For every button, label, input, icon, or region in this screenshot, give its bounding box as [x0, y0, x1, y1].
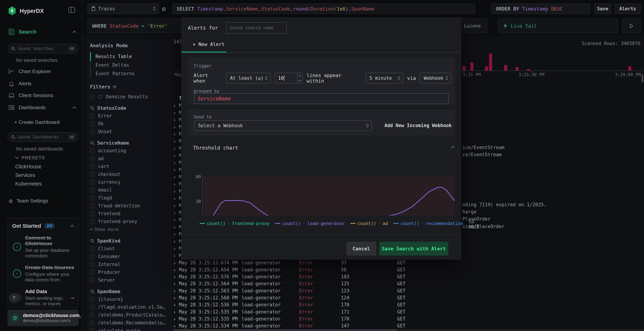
expand-row-icon[interactable]: [174, 274, 175, 279]
checkbox[interactable]: [90, 305, 95, 310]
filter-option[interactable]: accounting: [90, 147, 173, 155]
sidebar-item-dashboards[interactable]: Dashboards: [8, 104, 76, 111]
filter-option[interactable]: Internal: [90, 260, 173, 268]
get-started-item[interactable]: ✓Create Data SourcesConfigure where your…: [8, 259, 78, 283]
filter-option[interactable]: /oteldemo.ProductCatalo…: [90, 311, 173, 319]
save-search-with-alert-button[interactable]: Save Search with Alert: [379, 242, 448, 256]
expand-row-icon[interactable]: [174, 110, 175, 115]
expand-row-icon[interactable]: [174, 288, 175, 294]
legend-item[interactable]: count()·ad: [350, 221, 388, 226]
filter-option[interactable]: Unset: [90, 128, 173, 135]
expand-row-icon[interactable]: [174, 131, 175, 137]
table-row[interactable]: May 28 3:25:12.535 PMload-generatorError…: [173, 308, 644, 315]
table-row[interactable]: May 28 3:25:12.564 PMload-generatorError…: [173, 280, 644, 287]
filter-option[interactable]: {closure}: [90, 295, 173, 303]
add-webhook-button[interactable]: Add New Incoming Webhook: [384, 123, 452, 128]
expand-row-icon[interactable]: [174, 295, 175, 301]
checkbox[interactable]: [90, 203, 95, 208]
checkbox[interactable]: [90, 297, 95, 302]
filter-option[interactable]: Client: [90, 245, 173, 253]
time-window-select[interactable]: 5 minute: [366, 73, 403, 83]
help-button[interactable]: ?: [9, 293, 19, 303]
expand-row-icon[interactable]: [174, 138, 175, 144]
legend-item[interactable]: count()·load-generator: [275, 221, 345, 226]
expand-row-icon[interactable]: [174, 174, 175, 180]
vertical-scrollbar[interactable]: [642, 74, 643, 82]
get-started-item[interactable]: 3Add DataStart sending logs, metrics, or…: [8, 283, 78, 307]
source-settings-gear-icon[interactable]: ⚙: [162, 5, 166, 12]
filter-option[interactable]: calculate-quote: [90, 327, 173, 331]
analysis-mode-event-deltas[interactable]: Event Deltas: [90, 61, 173, 69]
sidebar-item-chart-explorer[interactable]: Chart Explorer: [8, 68, 51, 75]
condition-select[interactable]: At least (≥): [226, 73, 271, 83]
legend-item[interactable]: count()·recommendation: [394, 221, 463, 226]
preset-dashboard-services[interactable]: Services: [15, 172, 35, 178]
table-row[interactable]: May 28 3:25:12.674 PMload-generatorError…: [173, 259, 644, 266]
checkbox[interactable]: [90, 313, 95, 318]
expand-row-icon[interactable]: [174, 217, 175, 223]
run-query-button[interactable]: [622, 18, 640, 33]
filter-option[interactable]: frontend: [90, 210, 173, 218]
collapse-chart-icon[interactable]: [451, 145, 454, 149]
table-row[interactable]: May 28 3:25:12.560 PMload-generatorError…: [173, 294, 644, 301]
chevron-up-icon[interactable]: [73, 30, 76, 34]
filter-option[interactable]: Ok: [90, 120, 173, 128]
expand-row-icon[interactable]: [174, 146, 175, 151]
sidebar-item-team-settings[interactable]: ⚙ Team Settings: [9, 197, 48, 204]
expand-row-icon[interactable]: [174, 231, 175, 237]
filter-option[interactable]: cart: [90, 162, 173, 170]
analysis-mode-event-patterns[interactable]: Event Patterns: [90, 69, 173, 78]
expand-row-icon[interactable]: [174, 302, 175, 308]
table-row[interactable]: May 28 3:25:12.534 PMload-generatorError…: [173, 323, 644, 330]
checkbox[interactable]: [90, 219, 95, 224]
histogram-bar[interactable]: [527, 69, 530, 71]
checkbox[interactable]: [90, 164, 95, 169]
saved-searches-input[interactable]: Saved Searches ⌘K: [8, 44, 79, 53]
checkbox[interactable]: [90, 129, 95, 134]
expand-row-icon[interactable]: [174, 253, 175, 258]
checkbox[interactable]: [90, 156, 95, 161]
expand-row-icon[interactable]: [174, 239, 175, 244]
checkbox[interactable]: [90, 94, 95, 99]
filter-option[interactable]: /oteldemo.Recommendatio…: [90, 319, 173, 327]
chevron-up-icon[interactable]: [70, 224, 74, 228]
denoise-checkbox-row[interactable]: Denoise Results: [90, 93, 173, 101]
histogram-bar[interactable]: [628, 66, 631, 71]
checkbox[interactable]: [90, 188, 95, 193]
save-button[interactable]: Save: [594, 3, 611, 14]
filter-option[interactable]: frontend-proxy: [90, 218, 173, 225]
checkbox[interactable]: [90, 180, 95, 185]
expand-row-icon[interactable]: [174, 124, 175, 130]
checkbox[interactable]: [90, 246, 95, 251]
user-menu-chevron-icon[interactable]: [80, 316, 81, 319]
checkbox[interactable]: [90, 196, 95, 200]
number-spinner[interactable]: [297, 73, 302, 83]
expand-row-icon[interactable]: [174, 316, 175, 322]
table-row[interactable]: May 28 3:25:12.535 PMload-generatorError…: [173, 315, 644, 322]
legend-item[interactable]: count()·frontend-proxy: [200, 221, 270, 226]
expand-row-icon[interactable]: [174, 117, 175, 122]
threshold-value-input[interactable]: 10: [274, 73, 303, 83]
expand-row-icon[interactable]: [174, 267, 175, 272]
sidebar-item-alerts[interactable]: Alerts: [8, 80, 32, 87]
live-tail-button[interactable]: Live Tail: [498, 18, 618, 33]
checkbox[interactable]: [90, 211, 95, 216]
legend-more-button[interactable]: +3 more: [469, 218, 480, 229]
checkbox[interactable]: [90, 270, 95, 275]
collapse-sidebar-icon[interactable]: [68, 7, 75, 13]
lucene-mode-label[interactable]: Lucene: [464, 23, 481, 28]
webhook-select[interactable]: Select a Webhook: [194, 120, 372, 131]
expand-row-icon[interactable]: [174, 167, 175, 172]
checkbox[interactable]: [90, 113, 95, 118]
expand-row-icon[interactable]: [174, 181, 175, 187]
expand-row-icon[interactable]: [174, 203, 175, 208]
expand-row-icon[interactable]: [174, 210, 175, 215]
channel-select[interactable]: Webhook: [420, 73, 451, 83]
expand-row-icon[interactable]: [174, 260, 175, 265]
expand-row-icon[interactable]: [174, 189, 175, 194]
preset-dashboard-clickhouse[interactable]: ClickHouse: [15, 164, 42, 170]
saved-dashboards-input[interactable]: Saved Dashboards ⌘K: [8, 132, 79, 142]
expand-row-icon[interactable]: [174, 323, 175, 329]
presets-toggle[interactable]: PRESETS: [15, 155, 45, 160]
tab-new-alert[interactable]: + New Alert: [193, 41, 225, 47]
